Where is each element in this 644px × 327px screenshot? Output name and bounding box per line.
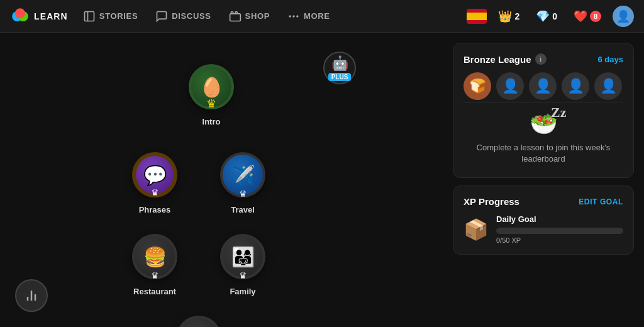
restaurant-crown: ♛ (151, 270, 159, 280)
league-title-text: Bronze League (464, 54, 531, 65)
xp-title: XP Progress (464, 196, 519, 207)
family-crown: ♛ (239, 270, 247, 280)
travel-crown: ♛ (239, 189, 247, 199)
svg-point-6 (289, 15, 291, 17)
svg-rect-3 (84, 11, 94, 21)
streak-icon: 👑 (498, 9, 512, 23)
xp-chest-icon: 📦 (464, 218, 489, 241)
league-header: Bronze League i 6 days (464, 53, 623, 65)
phrases-crown: ♛ (151, 187, 159, 197)
nav-logo[interactable]: LEARN (10, 6, 68, 26)
xp-card: XP Progress EDIT GOAL 📦 Daily Goal 0/50 … (453, 186, 634, 255)
heart-icon: ❤️ (574, 9, 587, 23)
streak-count: 2 (514, 11, 519, 21)
gems-stat[interactable]: 💎 0 (531, 7, 562, 26)
shop-icon (229, 10, 242, 23)
league-avatar-2[interactable]: 👤 (496, 72, 524, 100)
travel-label: Travel (231, 205, 255, 214)
league-title: Bronze League i (464, 53, 547, 65)
lesson-node-phrases[interactable]: 💬 ♛ Phrases (132, 152, 177, 214)
lesson-area: 🤖 PLUS 🥚 ♛ Intro 💬 ♛ Phrases (0, 33, 443, 327)
svg-point-2 (15, 8, 25, 18)
sleep-text: Complete a lesson to join this week's le… (464, 142, 623, 165)
phrases-node-circle: 💬 ♛ (132, 152, 177, 197)
restaurant-label: Restaurant (133, 287, 176, 296)
plus-avatar-icon: 🤖 (331, 55, 348, 72)
fab-chart-icon (24, 288, 39, 303)
learn-label: LEARN (34, 11, 68, 21)
lesson-node-intro[interactable]: 🥚 ♛ Intro (189, 64, 234, 126)
lesson-node-last[interactable]: 🦶 (176, 316, 221, 327)
right-sidebar: Bronze League i 6 days 🍞 👤 👤 👤 👤 🥗 Zz (443, 33, 644, 327)
lesson-node-family[interactable]: 👨‍👩‍👧 ♛ Family (220, 234, 265, 296)
intro-label: Intro (203, 117, 221, 126)
restaurant-emoji: 🍔 (143, 246, 167, 268)
intro-crown: ♛ (206, 97, 216, 111)
gem-icon: 💎 (536, 9, 550, 23)
sleep-visual: 🥗 Zz (530, 111, 558, 137)
sleep-section: 🥗 Zz Complete a lesson to join this week… (464, 103, 623, 167)
discuss-icon (155, 10, 168, 23)
zzz-icon: Zz (551, 104, 566, 121)
league-days: 6 days (598, 55, 623, 64)
lesson-node-travel[interactable]: ✈️ ♛ Travel (220, 152, 265, 214)
league-avatar-3[interactable]: 👤 (529, 72, 557, 100)
edit-goal-button[interactable]: EDIT GOAL (579, 197, 623, 206)
family-label: Family (230, 287, 255, 296)
phrases-emoji: 💬 (143, 164, 167, 186)
nav-more[interactable]: MORE (280, 6, 338, 26)
intro-emoji: 🥚 (200, 76, 223, 98)
svg-point-7 (292, 15, 294, 17)
league-avatar-1[interactable]: 🍞 (464, 72, 491, 100)
plus-button[interactable]: 🤖 PLUS (323, 52, 356, 84)
family-node-circle: 👨‍👩‍👧 ♛ (220, 234, 265, 279)
league-avatars: 🍞 👤 👤 👤 👤 (464, 72, 623, 100)
xp-bar-bg (496, 228, 623, 234)
league-card: Bronze League i 6 days 🍞 👤 👤 👤 👤 🥗 Zz (453, 43, 634, 178)
xp-daily-label: Daily Goal (496, 214, 623, 224)
last-node-circle: 🦶 (176, 316, 221, 327)
nav-stories[interactable]: STORIES (75, 6, 145, 26)
svg-point-8 (296, 15, 298, 17)
hearts-stat[interactable]: ❤️ 8 (569, 7, 606, 26)
travel-node-circle: ✈️ ♛ (220, 152, 265, 197)
duolingo-logo-icon (10, 6, 30, 26)
xp-progress-text: 0/50 XP (496, 236, 623, 244)
xp-bar-section: Daily Goal 0/50 XP (496, 214, 623, 244)
gems-count: 0 (552, 11, 557, 21)
nodes-container: 🤖 PLUS 🥚 ♛ Intro 💬 ♛ Phrases (38, 45, 443, 327)
main-nav: LEARN STORIES DISCUSS SHOP MORE 👑 2 💎 0 … (0, 0, 644, 33)
language-flag[interactable] (467, 9, 487, 24)
svg-rect-5 (230, 13, 240, 21)
xp-daily: 📦 Daily Goal 0/50 XP (464, 214, 623, 244)
nav-shop[interactable]: SHOP (221, 6, 277, 26)
more-icon (287, 10, 300, 23)
plus-badge: PLUS (328, 73, 352, 81)
nav-right: 👑 2 💎 0 ❤️ 8 👤 (467, 6, 634, 27)
fab-button[interactable] (15, 279, 48, 312)
league-avatar-5[interactable]: 👤 (594, 72, 622, 100)
league-avatar-4[interactable]: 👤 (562, 72, 589, 100)
phrases-label: Phrases (139, 205, 171, 214)
streak-stat[interactable]: 👑 2 (493, 7, 525, 26)
family-emoji: 👨‍👩‍👧 (231, 246, 255, 268)
stories-icon (83, 10, 96, 23)
league-info-icon[interactable]: i (535, 53, 547, 65)
nav-discuss[interactable]: DISCUSS (148, 6, 218, 26)
restaurant-node-circle: 🍔 ♛ (132, 234, 177, 279)
hearts-count: 8 (590, 11, 601, 22)
travel-emoji: ✈️ (231, 164, 255, 186)
user-avatar[interactable]: 👤 (613, 6, 634, 27)
main-content: 🤖 PLUS 🥚 ♛ Intro 💬 ♛ Phrases (0, 33, 644, 327)
intro-node-circle: 🥚 ♛ (189, 64, 234, 109)
lesson-node-restaurant[interactable]: 🍔 ♛ Restaurant (132, 234, 177, 296)
xp-header: XP Progress EDIT GOAL (464, 196, 623, 207)
